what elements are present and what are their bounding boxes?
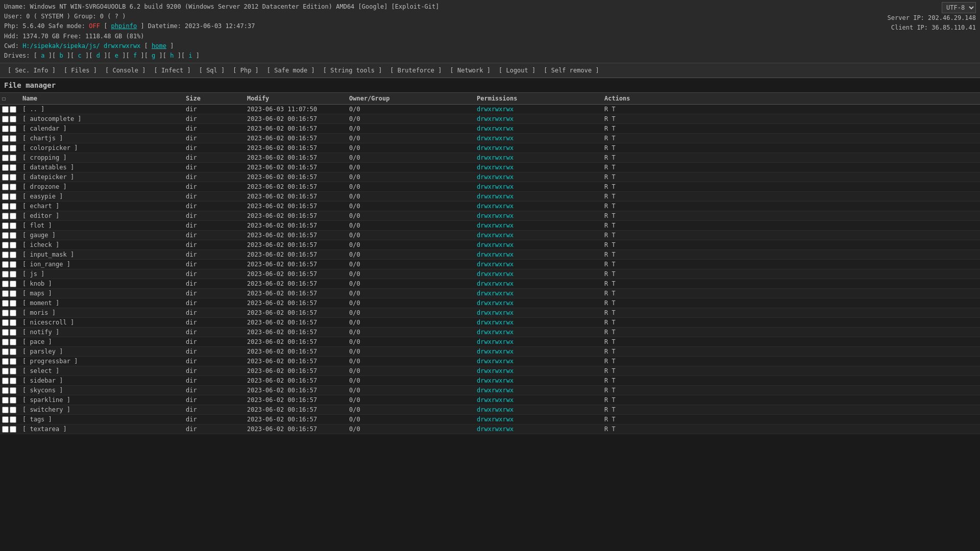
row-name[interactable]: [ datepicker ] bbox=[22, 173, 186, 181]
row-name[interactable]: [ chartjs ] bbox=[22, 135, 186, 142]
row-checkbox-32[interactable] bbox=[2, 416, 9, 423]
row-name[interactable]: [ tags ] bbox=[22, 416, 186, 423]
row-actions[interactable]: R T bbox=[604, 203, 666, 210]
nav-item-console[interactable]: [ Console ] bbox=[102, 65, 149, 76]
encoding-select[interactable]: UTF-8 bbox=[942, 2, 976, 13]
row-name[interactable]: [ ion_range ] bbox=[22, 261, 186, 268]
row-checkbox-4[interactable] bbox=[2, 145, 9, 152]
row-actions[interactable]: R T bbox=[604, 251, 666, 258]
row-checkbox-16[interactable] bbox=[2, 261, 9, 268]
row-name[interactable]: [ calendar ] bbox=[22, 125, 186, 132]
row-checkbox2-20[interactable] bbox=[10, 300, 16, 307]
row-name[interactable]: [ input_mask ] bbox=[22, 251, 186, 258]
row-actions[interactable]: R T bbox=[604, 193, 666, 200]
row-checkbox-25[interactable] bbox=[2, 348, 9, 355]
row-checkbox-9[interactable] bbox=[2, 193, 9, 200]
row-checkbox-28[interactable] bbox=[2, 378, 9, 384]
row-checkbox2-13[interactable] bbox=[10, 232, 16, 239]
row-name[interactable]: [ cropping ] bbox=[22, 154, 186, 161]
row-name[interactable]: [ pace ] bbox=[22, 338, 186, 345]
row-name[interactable]: [ maps ] bbox=[22, 290, 186, 297]
row-name[interactable]: [ easypie ] bbox=[22, 193, 186, 200]
row-actions[interactable]: R T bbox=[604, 270, 666, 278]
cwd-path[interactable]: H:/sipekak/sipeka/js/ bbox=[22, 42, 100, 49]
row-name[interactable]: [ switchery ] bbox=[22, 406, 186, 413]
row-checkbox-26[interactable] bbox=[2, 358, 9, 365]
nav-item-safemode[interactable]: [ Safe mode ] bbox=[263, 65, 318, 76]
row-name[interactable]: [ textarea ] bbox=[22, 425, 186, 433]
row-checkbox-1[interactable] bbox=[2, 116, 9, 122]
row-checkbox-19[interactable] bbox=[2, 290, 9, 297]
row-checkbox2-10[interactable] bbox=[10, 203, 16, 210]
row-checkbox2-7[interactable] bbox=[10, 174, 16, 181]
row-actions[interactable]: R T bbox=[604, 144, 666, 152]
row-actions[interactable]: R T bbox=[604, 319, 666, 326]
phpinfo-link[interactable]: phpinfo bbox=[111, 22, 137, 30]
row-checkbox2-11[interactable] bbox=[10, 213, 16, 219]
row-actions[interactable]: R T bbox=[604, 348, 666, 355]
drive-link-c[interactable]: c bbox=[78, 52, 82, 59]
row-actions[interactable]: R T bbox=[604, 232, 666, 239]
row-checkbox-14[interactable] bbox=[2, 242, 9, 248]
row-checkbox-33[interactable] bbox=[2, 426, 9, 433]
row-checkbox-21[interactable] bbox=[2, 310, 9, 316]
row-actions[interactable]: R T bbox=[604, 329, 666, 336]
row-checkbox-23[interactable] bbox=[2, 329, 9, 336]
row-name[interactable]: [ moris ] bbox=[22, 309, 186, 316]
row-actions[interactable]: R T bbox=[604, 377, 666, 384]
row-checkbox2-9[interactable] bbox=[10, 193, 16, 200]
row-name[interactable]: [ parsley ] bbox=[22, 348, 186, 355]
row-checkbox-10[interactable] bbox=[2, 203, 9, 210]
row-name[interactable]: [ editor ] bbox=[22, 212, 186, 219]
row-checkbox2-18[interactable] bbox=[10, 281, 16, 287]
row-actions[interactable]: R T bbox=[604, 164, 666, 171]
row-name[interactable]: [ progressbar ] bbox=[22, 358, 186, 365]
drive-link-d[interactable]: d bbox=[96, 52, 100, 59]
row-checkbox-11[interactable] bbox=[2, 213, 9, 219]
row-actions[interactable]: R T bbox=[604, 299, 666, 307]
drive-link-f[interactable]: f bbox=[133, 52, 137, 59]
row-checkbox2-0[interactable] bbox=[10, 106, 16, 113]
row-checkbox-31[interactable] bbox=[2, 407, 9, 413]
row-name[interactable]: [ sidebar ] bbox=[22, 377, 186, 384]
row-checkbox2-4[interactable] bbox=[10, 145, 16, 152]
row-checkbox-22[interactable] bbox=[2, 319, 9, 326]
row-name[interactable]: [ flot ] bbox=[22, 222, 186, 229]
drive-link-h[interactable]: h bbox=[170, 52, 174, 59]
row-name[interactable]: [ knob ] bbox=[22, 280, 186, 287]
row-checkbox2-2[interactable] bbox=[10, 126, 16, 132]
row-checkbox2-23[interactable] bbox=[10, 329, 16, 336]
home-link[interactable]: home bbox=[152, 42, 166, 49]
nav-item-sql[interactable]: [ Sql ] bbox=[195, 65, 229, 76]
drive-link-g[interactable]: g bbox=[152, 52, 155, 59]
nav-item-infect[interactable]: [ Infect ] bbox=[150, 65, 194, 76]
row-checkbox-29[interactable] bbox=[2, 387, 9, 394]
row-name[interactable]: [ select ] bbox=[22, 367, 186, 374]
row-checkbox2-32[interactable] bbox=[10, 416, 16, 423]
nav-item-files[interactable]: [ Files ] bbox=[60, 65, 101, 76]
drive-link-e[interactable]: e bbox=[115, 52, 118, 59]
row-checkbox-12[interactable] bbox=[2, 222, 9, 229]
nav-item-logout[interactable]: [ Logout ] bbox=[495, 65, 539, 76]
row-checkbox2-19[interactable] bbox=[10, 290, 16, 297]
row-actions[interactable]: R T bbox=[604, 173, 666, 181]
row-actions[interactable]: R T bbox=[604, 222, 666, 229]
drive-link-i[interactable]: i bbox=[188, 52, 192, 59]
row-actions[interactable]: R T bbox=[604, 212, 666, 219]
row-name[interactable]: [ nicescroll ] bbox=[22, 319, 186, 326]
row-checkbox2-30[interactable] bbox=[10, 397, 16, 404]
row-checkbox2-21[interactable] bbox=[10, 310, 16, 316]
row-checkbox2-24[interactable] bbox=[10, 339, 16, 345]
drive-link-a[interactable]: a bbox=[41, 52, 44, 59]
row-actions[interactable]: R T bbox=[604, 396, 666, 404]
row-name[interactable]: [ colorpicker ] bbox=[22, 144, 186, 152]
row-checkbox-6[interactable] bbox=[2, 164, 9, 171]
row-name[interactable]: [ skycons ] bbox=[22, 387, 186, 394]
row-checkbox-20[interactable] bbox=[2, 300, 9, 307]
nav-item-network[interactable]: [ Network ] bbox=[447, 65, 494, 76]
row-actions[interactable]: R T bbox=[604, 115, 666, 122]
row-name[interactable]: [ .. ] bbox=[22, 106, 186, 113]
row-actions[interactable]: R T bbox=[604, 241, 666, 248]
row-checkbox-30[interactable] bbox=[2, 397, 9, 404]
row-checkbox-24[interactable] bbox=[2, 339, 9, 345]
